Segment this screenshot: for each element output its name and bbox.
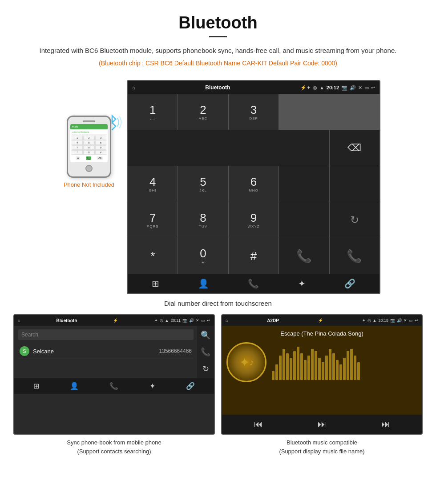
eq-bar xyxy=(332,353,335,380)
dial-key-3[interactable]: 3 DEF xyxy=(229,94,279,130)
phone-key-9[interactable]: 9 xyxy=(95,145,106,150)
pb-contact-row[interactable]: S Seicane 13566664466 xyxy=(18,344,194,359)
header-divider xyxy=(209,36,227,37)
pb-nav-link[interactable]: 🔗 xyxy=(186,382,195,390)
nav-link-icon[interactable]: 🔗 xyxy=(344,278,355,289)
pb-status-icons: ✦ ◎ ▲ 20:11 📷 🔊 ✕ ▭ ↩ xyxy=(154,318,210,323)
phone-key-star[interactable]: * xyxy=(72,150,83,155)
eq-bar xyxy=(290,358,292,380)
camera-icon[interactable]: 📷 xyxy=(341,85,347,91)
pb-nav-grid[interactable]: ⊞ xyxy=(33,382,39,390)
dial-key-7[interactable]: 7 PQRS xyxy=(128,202,178,238)
music-controls: ⏮ ⏭ ⏭ xyxy=(222,415,422,434)
music-statusbar: ⌂ A2DP ⚡ ✦ ◎ ▲ 20:15 📷 🔊 ✕ ▭ ↩ xyxy=(222,315,422,326)
phone-key-7[interactable]: 7 xyxy=(72,145,83,150)
phonebook-card: ⌂ Bluetooth ⚡ ✦ ◎ ▲ 20:11 📷 🔊 ✕ ▭ ↩ xyxy=(13,314,215,456)
music-home-icon[interactable]: ⌂ xyxy=(226,318,228,323)
home-icon[interactable]: ⌂ xyxy=(132,85,135,90)
dial-key-hash[interactable]: # xyxy=(229,238,279,274)
eq-bar xyxy=(300,353,303,380)
phone-key-3[interactable]: 3 xyxy=(95,136,106,140)
music-vol-icon: 🔊 xyxy=(397,318,402,323)
music-cam-icon: 📷 xyxy=(390,318,395,323)
phone-voicemail-btn[interactable]: ✉ xyxy=(76,156,80,160)
phone-key-4[interactable]: 4 xyxy=(72,140,83,145)
pb-nav-person[interactable]: 👤 xyxy=(70,382,79,390)
dial-refresh[interactable]: ↻ xyxy=(330,202,379,238)
eq-bar xyxy=(350,349,353,380)
pb-search-input[interactable]: Search xyxy=(18,329,194,340)
eq-bar xyxy=(275,364,278,380)
backspace-icon: ⌫ xyxy=(347,142,361,154)
dial-key-6[interactable]: 6 MNO xyxy=(229,166,279,202)
pb-call-side-icon[interactable]: 📞 xyxy=(201,347,210,357)
music-back-icon: ↩ xyxy=(415,318,418,323)
phone-delete-btn[interactable]: ⌫ xyxy=(97,156,103,160)
dial-key-1[interactable]: 1 ⌄⌄ xyxy=(128,94,178,130)
eq-bar xyxy=(297,347,299,380)
dial-key-8[interactable]: 8 TUV xyxy=(178,202,228,238)
dial-key-5[interactable]: 5 JKL xyxy=(178,166,228,202)
prev-icon[interactable]: ⏮ xyxy=(254,419,263,429)
back-icon[interactable]: ↩ xyxy=(371,85,375,91)
eq-bar xyxy=(307,356,310,380)
phonebook-caption: Sync phone-book from mobile phone (Suppo… xyxy=(13,438,215,456)
next-icon[interactable]: ⏭ xyxy=(381,419,390,429)
play-pause-icon[interactable]: ⏭ xyxy=(318,419,327,429)
nav-person-icon[interactable]: 👤 xyxy=(198,278,209,289)
pb-nav-phone[interactable]: 📞 xyxy=(109,382,118,390)
dial-key-0[interactable]: 0 + xyxy=(178,238,228,274)
dial-key-9[interactable]: 9 WXYZ xyxy=(229,202,279,238)
nav-bt-icon[interactable]: ✦ xyxy=(298,278,306,289)
music-bt-icon: ✦ xyxy=(362,318,366,323)
phone-key-1[interactable]: 1 xyxy=(72,136,83,140)
screen-icon[interactable]: ▭ xyxy=(364,85,369,91)
phone-screen: M:00 + Add to Contacts 1 2 3 4 5 6 7 8 xyxy=(70,124,108,162)
phone-wrapper: M:00 + Add to Contacts 1 2 3 4 5 6 7 8 xyxy=(67,116,111,178)
dial-call-button[interactable]: 📞 xyxy=(279,238,329,274)
pb-nav-bt[interactable]: ✦ xyxy=(149,382,155,390)
phone-key-8[interactable]: 8 xyxy=(83,145,94,150)
music-caption: Bluetooth music compatible (Support disp… xyxy=(221,438,423,456)
phone-mock: M:00 + Add to Contacts 1 2 3 4 5 6 7 8 xyxy=(67,116,111,178)
phone-key-2[interactable]: 2 xyxy=(83,136,94,140)
eq-bar xyxy=(343,358,346,380)
eq-bar xyxy=(272,371,275,380)
pb-signal-icon: ▲ xyxy=(165,318,169,323)
phone-key-0[interactable]: 0 xyxy=(83,150,94,155)
phone-key-hash[interactable]: # xyxy=(95,150,106,155)
phone-home-button[interactable] xyxy=(85,165,93,172)
phone-key-5[interactable]: 5 xyxy=(83,140,94,145)
pb-back-icon: ↩ xyxy=(207,318,210,323)
eq-bar xyxy=(347,351,349,380)
close-icon[interactable]: ✕ xyxy=(358,85,362,91)
dial-backspace[interactable]: ⌫ xyxy=(330,130,379,166)
usb-icon: ⚡ xyxy=(300,85,307,91)
dial-key-4[interactable]: 4 GHI xyxy=(128,166,178,202)
refresh-icon: ↻ xyxy=(350,214,359,226)
pb-loc-icon: ◎ xyxy=(160,318,163,323)
pb-search-side-icon[interactable]: 🔍 xyxy=(201,330,210,340)
music-song-title: Escape (The Pina Colada Song) xyxy=(280,330,363,337)
dial-hangup-button[interactable]: 📞 xyxy=(330,238,379,274)
eq-bar xyxy=(357,362,360,380)
nav-phone-icon[interactable]: 📞 xyxy=(248,278,259,289)
phonebook-screen: ⌂ Bluetooth ⚡ ✦ ◎ ▲ 20:11 📷 🔊 ✕ ▭ ↩ xyxy=(13,314,215,435)
phone-key-6[interactable]: 6 xyxy=(95,140,106,145)
dial-key-star[interactable]: * xyxy=(128,238,178,274)
nav-grid-icon[interactable]: ⊞ xyxy=(152,278,159,289)
phone-container: M:00 + Add to Contacts 1 2 3 4 5 6 7 8 xyxy=(56,116,122,188)
phone-call-btn[interactable]: 📞 xyxy=(86,156,91,160)
pb-contact-number: 13566664466 xyxy=(159,348,192,354)
music-content: ✦ ♪ xyxy=(226,342,417,382)
pb-home-icon[interactable]: ⌂ xyxy=(18,318,20,323)
pb-usb-icon: ⚡ xyxy=(113,318,118,323)
dial-key-2[interactable]: 2 ABC xyxy=(178,94,228,130)
music-bt-logo: ✦ xyxy=(239,355,250,370)
volume-icon[interactable]: 🔊 xyxy=(350,85,356,91)
music-signal-icon: ▲ xyxy=(373,318,377,323)
pb-time: 20:11 xyxy=(170,318,181,323)
dial-empty-3 xyxy=(279,202,329,238)
pb-refresh-side-icon[interactable]: ↻ xyxy=(202,364,209,374)
page-specs: (Bluetooth chip : CSR BC6 Default Blueto… xyxy=(27,60,409,67)
